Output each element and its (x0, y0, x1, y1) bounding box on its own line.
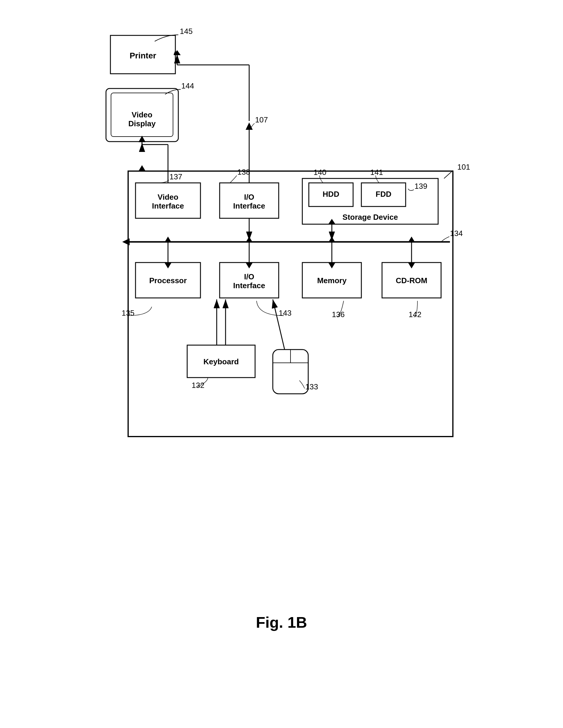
svg-text:107: 107 (255, 115, 268, 124)
svg-marker-52 (245, 122, 253, 130)
svg-text:145: 145 (180, 27, 192, 36)
svg-marker-85 (138, 165, 145, 171)
svg-text:135: 135 (122, 309, 134, 317)
svg-text:Interface: Interface (233, 281, 265, 290)
svg-rect-40 (382, 263, 441, 298)
svg-text:Interface: Interface (233, 201, 265, 210)
svg-rect-9 (111, 93, 173, 137)
svg-marker-61 (245, 263, 253, 268)
svg-rect-19 (302, 178, 438, 224)
figure-title: Fig. 1B (90, 614, 474, 631)
svg-text:Interface: Interface (152, 201, 184, 210)
svg-text:143: 143 (279, 309, 292, 317)
svg-marker-58 (164, 263, 171, 268)
svg-text:I/O: I/O (244, 193, 254, 201)
svg-text:Display: Display (128, 119, 155, 128)
svg-rect-13 (135, 183, 200, 218)
svg-rect-5 (110, 35, 175, 74)
svg-marker-72 (173, 50, 177, 55)
svg-text:139: 139 (415, 182, 427, 191)
svg-marker-64 (328, 263, 336, 268)
fig-title-text: Fig. 1B (256, 614, 307, 631)
svg-marker-59 (164, 237, 171, 242)
svg-marker-67 (408, 263, 415, 268)
svg-rect-20 (309, 183, 353, 206)
svg-rect-80 (273, 350, 308, 394)
svg-text:140: 140 (314, 168, 326, 177)
svg-text:Processor: Processor (149, 276, 186, 285)
svg-text:Keyboard: Keyboard (203, 357, 239, 366)
svg-marker-65 (328, 237, 336, 242)
svg-text:CD-ROM: CD-ROM (396, 276, 427, 285)
svg-text:142: 142 (409, 310, 421, 319)
svg-marker-56 (328, 219, 336, 224)
svg-text:141: 141 (370, 168, 383, 177)
svg-text:FDD: FDD (376, 190, 391, 199)
page: 101 Printer 145 Video Display 144 Video … (0, 0, 563, 728)
diagram-area: 101 Printer 145 Video Display 144 Video … (90, 18, 474, 637)
svg-text:134: 134 (450, 229, 463, 238)
svg-text:Storage Device: Storage Device (343, 213, 398, 222)
svg-rect-38 (302, 263, 361, 298)
svg-marker-74 (173, 50, 181, 55)
svg-marker-31 (122, 238, 130, 245)
svg-text:138: 138 (237, 168, 250, 176)
svg-marker-68 (408, 237, 415, 242)
svg-rect-8 (106, 88, 178, 142)
svg-rect-3 (128, 171, 453, 437)
svg-text:133: 133 (305, 382, 318, 391)
svg-marker-50 (138, 136, 145, 142)
svg-text:Video: Video (131, 110, 152, 119)
svg-marker-62 (245, 237, 253, 242)
svg-text:I/O: I/O (244, 272, 254, 281)
svg-rect-75 (187, 345, 255, 378)
svg-text:132: 132 (191, 381, 204, 390)
svg-line-84 (273, 299, 285, 350)
svg-text:Video: Video (157, 193, 178, 201)
svg-text:Memory: Memory (317, 276, 347, 285)
svg-text:Printer: Printer (129, 51, 156, 60)
svg-text:136: 136 (332, 310, 345, 319)
svg-rect-33 (135, 263, 200, 298)
svg-text:137: 137 (169, 172, 182, 181)
svg-text:144: 144 (181, 81, 194, 90)
svg-text:101: 101 (457, 163, 470, 171)
svg-rect-16 (220, 183, 279, 218)
svg-rect-35 (220, 263, 279, 298)
svg-text:HDD: HDD (323, 190, 339, 199)
svg-rect-22 (361, 183, 406, 206)
